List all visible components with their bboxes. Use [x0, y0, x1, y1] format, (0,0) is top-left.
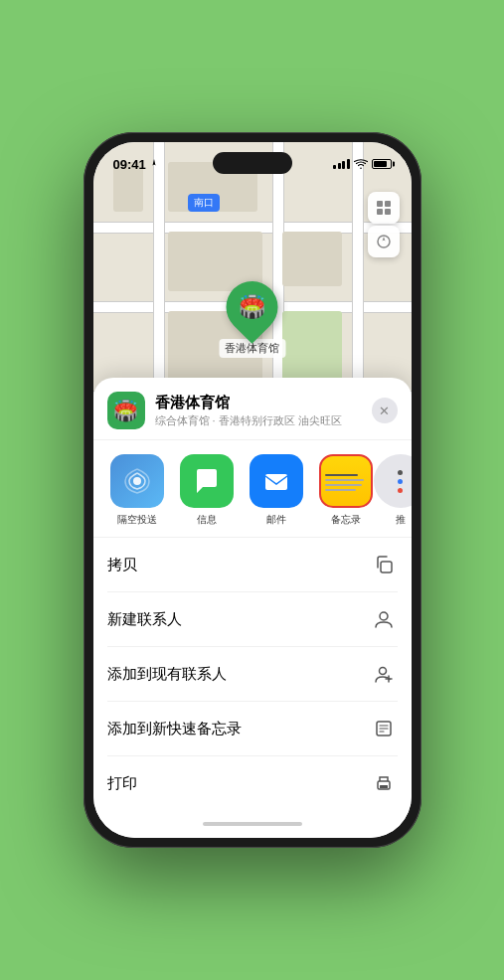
- person-add-icon: [370, 660, 398, 688]
- airdrop-label: 隔空投送: [117, 513, 157, 527]
- share-messages[interactable]: 信息: [177, 454, 237, 527]
- share-mail[interactable]: 邮件: [247, 454, 306, 527]
- share-more[interactable]: 推: [386, 454, 412, 527]
- svg-rect-12: [380, 785, 388, 788]
- action-list: 拷贝 新建联系人: [93, 538, 412, 810]
- svg-rect-0: [377, 201, 383, 207]
- action-print-label: 打印: [107, 774, 137, 793]
- compass-icon: [377, 235, 391, 248]
- more-icon: [374, 454, 412, 508]
- dynamic-island: [213, 152, 292, 174]
- mail-label: 邮件: [266, 513, 286, 527]
- copy-icon: [370, 551, 398, 578]
- quick-note-icon: [370, 715, 398, 742]
- home-indicator: [93, 810, 412, 838]
- svg-rect-6: [265, 474, 287, 490]
- bottom-sheet: 🏟️ 香港体育馆 综合体育馆 · 香港特别行政区 油尖旺区 ✕: [93, 378, 412, 838]
- venue-name: 香港体育馆: [155, 394, 372, 412]
- action-add-existing-label: 添加到现有联系人: [107, 665, 227, 684]
- svg-point-5: [133, 477, 141, 485]
- map-controls: [368, 192, 400, 257]
- messages-label: 信息: [197, 513, 217, 527]
- print-icon: [370, 769, 398, 797]
- svg-rect-3: [385, 209, 391, 215]
- location-button[interactable]: [368, 226, 400, 257]
- action-add-quick-note[interactable]: 添加到新快速备忘录: [107, 702, 398, 756]
- action-copy-label: 拷贝: [107, 556, 137, 574]
- venue-info: 香港体育馆 综合体育馆 · 香港特别行政区 油尖旺区: [155, 394, 372, 428]
- share-row: 隔空投送 信息: [93, 440, 412, 538]
- phone-screen: 09:41: [93, 142, 412, 838]
- svg-point-8: [380, 612, 388, 620]
- action-add-quick-note-label: 添加到新快速备忘录: [107, 720, 242, 738]
- svg-rect-7: [381, 562, 392, 572]
- messages-icon: [180, 454, 234, 508]
- map-type-icon: [376, 200, 392, 216]
- status-time: 09:41: [113, 157, 146, 172]
- action-add-existing-contact[interactable]: 添加到现有联系人: [107, 647, 398, 702]
- phone-frame: 09:41: [84, 132, 421, 848]
- battery-icon: [372, 159, 392, 169]
- svg-rect-2: [377, 209, 383, 215]
- location-icon: [149, 159, 159, 169]
- svg-point-9: [379, 668, 386, 675]
- mail-icon: [250, 454, 303, 508]
- stadium-marker: 🏟️ 香港体育馆: [219, 281, 285, 358]
- action-print[interactable]: 打印: [107, 756, 398, 810]
- svg-rect-1: [385, 201, 391, 207]
- map-entrance-label: 南口: [188, 194, 220, 212]
- status-icons: [333, 159, 392, 170]
- airdrop-icon: [110, 454, 164, 508]
- venue-icon: 🏟️: [107, 392, 145, 429]
- action-new-contact[interactable]: 新建联系人: [107, 592, 398, 647]
- wifi-icon: [354, 159, 368, 170]
- venue-subtitle: 综合体育馆 · 香港特别行政区 油尖旺区: [155, 413, 372, 428]
- notes-label: 备忘录: [331, 513, 361, 527]
- more-label: 推: [396, 513, 406, 527]
- signal-bars: [333, 159, 350, 169]
- share-notes[interactable]: 备忘录: [316, 454, 376, 527]
- sheet-header: 🏟️ 香港体育馆 综合体育馆 · 香港特别行政区 油尖旺区 ✕: [93, 378, 412, 440]
- person-icon: [370, 605, 398, 633]
- close-button[interactable]: ✕: [372, 398, 398, 423]
- map-type-button[interactable]: [368, 192, 400, 224]
- share-airdrop[interactable]: 隔空投送: [107, 454, 167, 527]
- action-new-contact-label: 新建联系人: [107, 610, 182, 629]
- notes-icon: [319, 454, 373, 508]
- action-copy[interactable]: 拷贝: [107, 538, 398, 592]
